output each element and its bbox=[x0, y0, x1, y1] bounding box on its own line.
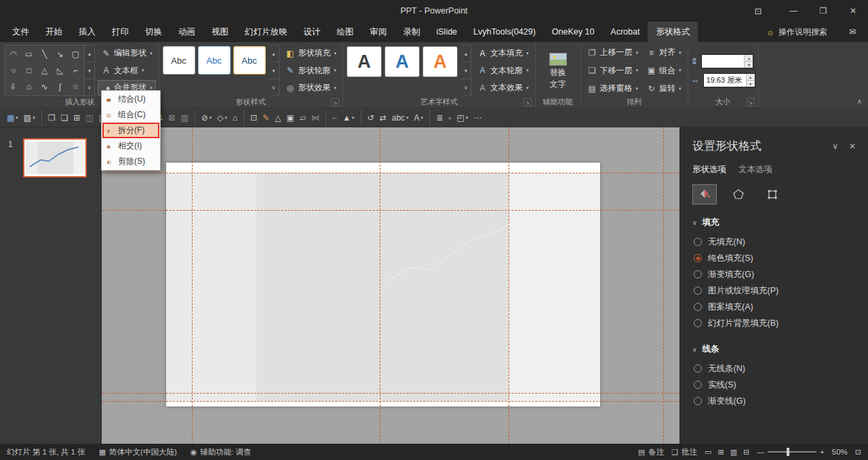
edit-shape-button[interactable]: ✎ 编辑形状 ▾ bbox=[98, 45, 156, 61]
pane-close-icon[interactable]: ✕ bbox=[849, 142, 856, 151]
menu-item[interactable]: ○○ 组合(C) bbox=[102, 107, 159, 123]
view-mode-icon[interactable]: ⊟ bbox=[743, 448, 749, 457]
shape-icon[interactable]: ⇩ bbox=[5, 79, 21, 95]
guide-line[interactable] bbox=[102, 173, 679, 173]
toolbar-icon-button[interactable]: ⊠ ▾ bbox=[165, 110, 178, 126]
fit-to-window-icon[interactable]: ⊡ bbox=[855, 448, 861, 457]
tell-me-search[interactable]: ☼ 操作说明搜索 bbox=[757, 22, 837, 42]
ribbon-tab[interactable]: Acrobat bbox=[602, 22, 648, 42]
shape-style-preset[interactable]: Abc bbox=[198, 46, 231, 75]
ribbon-button[interactable]: A 文本轮廓 ▾ bbox=[474, 63, 532, 79]
fill-and-line-tab[interactable] bbox=[692, 184, 717, 205]
ribbon-tab[interactable]: 动画 bbox=[170, 22, 203, 42]
wordart-preset[interactable]: A bbox=[422, 46, 458, 77]
toolbar-icon-button[interactable]: ❐ ▾ bbox=[41, 110, 58, 126]
ribbon-tab[interactable]: 审阅 bbox=[362, 22, 395, 42]
toolbar-icon-button[interactable]: ◫ ▾ bbox=[83, 110, 96, 126]
comments-bubble-icon[interactable]: ✉ bbox=[837, 22, 868, 42]
width-input[interactable] bbox=[704, 74, 746, 87]
alt-text-button[interactable]: 替换 文字 bbox=[538, 45, 578, 96]
shape-icon[interactable]: ○ bbox=[5, 62, 21, 79]
dialog-launcher-icon[interactable]: ↘ bbox=[331, 98, 339, 106]
menu-item[interactable]: ●● 结合(U) bbox=[102, 91, 159, 107]
radio-option[interactable]: 纯色填充(S) bbox=[694, 250, 856, 266]
arrange-button[interactable]: ↻ 旋转 ▾ bbox=[643, 81, 685, 96]
ribbon-tab[interactable]: OneKey 10 bbox=[544, 22, 603, 42]
gallery-up-icon[interactable]: ▴ bbox=[269, 45, 279, 62]
toolbar-icon-button[interactable]: ⋯ ▾ bbox=[471, 110, 484, 126]
shape-style-preset[interactable]: Abc bbox=[163, 46, 195, 75]
gallery-down-icon[interactable]: ▾ bbox=[461, 62, 471, 79]
zoom-slider[interactable] bbox=[768, 451, 816, 453]
ribbon-button[interactable]: A 文本填充 ▾ bbox=[474, 45, 532, 61]
ribbon-tab[interactable]: 打印 bbox=[104, 22, 137, 42]
minimize-button[interactable]: — bbox=[778, 0, 808, 22]
width-down-icon[interactable]: ▾ bbox=[747, 80, 755, 87]
dialog-launcher-icon[interactable]: ↘ bbox=[524, 98, 532, 106]
zoom-level[interactable]: 50% bbox=[832, 448, 848, 456]
guide-line[interactable] bbox=[102, 210, 679, 211]
zoom-slider-thumb[interactable] bbox=[787, 448, 789, 456]
toolbar-icon-button[interactable]: ▣ ▾ bbox=[284, 110, 297, 126]
view-mode-icon[interactable]: ▭ bbox=[705, 448, 711, 457]
toolbar-icon-button[interactable]: A ▾ bbox=[412, 110, 427, 126]
toolbar-icon-button[interactable]: ▫ ▾ bbox=[446, 110, 454, 126]
ribbon-display-options-icon[interactable]: ⊡ bbox=[745, 0, 772, 22]
accessibility-status[interactable]: ◉ 辅助功能: 调查 bbox=[191, 447, 252, 457]
ribbon-button[interactable]: ◎ 形状效果 ▾ bbox=[282, 80, 340, 96]
slide[interactable] bbox=[166, 163, 600, 406]
size-properties-tab[interactable] bbox=[760, 184, 785, 205]
toolbar-icon-button[interactable]: ⊡ ▾ bbox=[243, 110, 260, 126]
guide-line[interactable] bbox=[192, 127, 193, 444]
toolbar-icon-button[interactable]: ▦ ▾ bbox=[4, 110, 21, 126]
radio-option[interactable]: 渐变线(G) bbox=[694, 393, 856, 409]
shape-icon[interactable]: ╲ bbox=[37, 46, 52, 62]
shape-icon[interactable]: ◠ bbox=[5, 46, 21, 62]
pane-collapse-icon[interactable]: ∨ bbox=[832, 142, 838, 151]
height-input[interactable] bbox=[702, 55, 744, 68]
ribbon-tab[interactable]: 开始 bbox=[37, 22, 71, 42]
radio-option[interactable]: 幻灯片背景填充(B) bbox=[694, 315, 856, 331]
menu-item[interactable]: ◗◖ 相交(I) bbox=[102, 138, 159, 154]
arrange-button[interactable]: ❐ 上移一层 ▾ bbox=[584, 45, 642, 60]
gallery-down-icon[interactable]: ▾ bbox=[269, 62, 279, 79]
notes-button[interactable]: ▤ 备注 bbox=[638, 447, 664, 457]
zoom-out-icon[interactable]: — bbox=[757, 448, 764, 456]
ribbon-tab[interactable]: LvyhTools(0429) bbox=[465, 22, 544, 42]
gallery-more-icon[interactable]: ∨ bbox=[85, 79, 94, 96]
ribbon-tab[interactable]: 文件 bbox=[4, 22, 37, 42]
ribbon-tab[interactable]: 形状格式 bbox=[648, 22, 698, 42]
guide-line[interactable] bbox=[509, 127, 509, 444]
view-mode-icon[interactable]: ▥ bbox=[730, 448, 737, 457]
radio-option[interactable]: 无填充(N) bbox=[694, 234, 856, 250]
radio-option[interactable]: 无线条(N) bbox=[694, 360, 856, 377]
ribbon-tab[interactable]: 插入 bbox=[71, 22, 104, 42]
collapse-ribbon-icon[interactable]: ∧ bbox=[857, 98, 862, 105]
arrange-button[interactable]: ▣ 组合 ▾ bbox=[643, 63, 685, 79]
guide-line[interactable] bbox=[380, 127, 380, 444]
radio-option[interactable]: 渐变填充(G) bbox=[694, 266, 856, 283]
radio-option[interactable]: 图案填充(A) bbox=[694, 299, 856, 315]
effects-tab[interactable] bbox=[726, 184, 751, 205]
shape-icon[interactable]: ▭ bbox=[21, 46, 37, 62]
shape-icon[interactable]: △ bbox=[37, 62, 52, 79]
toolbar-icon-button[interactable]: ⋈ ▾ bbox=[309, 110, 322, 126]
dialog-launcher-icon[interactable]: ↘ bbox=[747, 98, 755, 106]
pane-tab[interactable]: 文本选项 bbox=[738, 164, 772, 175]
arrange-button[interactable]: ≡ 对齐 ▾ bbox=[643, 45, 685, 60]
toolbar-icon-button[interactable]: ↺ ▾ bbox=[361, 110, 377, 126]
ribbon-button[interactable]: ✎ 形状轮廓 ▾ bbox=[282, 63, 340, 79]
ribbon-tab[interactable]: 切换 bbox=[137, 22, 170, 42]
ribbon-tab[interactable]: 绘图 bbox=[329, 22, 362, 42]
slide-thumbnail[interactable] bbox=[23, 138, 87, 177]
ribbon-tab[interactable]: 录制 bbox=[395, 22, 429, 42]
toolbar-icon-button[interactable]: ⊘ ▾ bbox=[195, 110, 215, 126]
toolbar-icon-button[interactable]: ◇ ▾ bbox=[214, 110, 230, 126]
gallery-more-icon[interactable]: ∨ bbox=[461, 79, 471, 96]
shape-icon[interactable]: ↘ bbox=[52, 46, 68, 62]
toolbar-icon-button[interactable]: ✎ ▾ bbox=[260, 110, 272, 126]
pane-tab[interactable]: 形状选项 bbox=[692, 164, 726, 175]
gallery-up-icon[interactable]: ▴ bbox=[85, 45, 94, 62]
toolbar-icon-button[interactable]: ⌐ ▾ bbox=[326, 110, 340, 126]
shape-icon[interactable]: ▢ bbox=[68, 46, 83, 62]
